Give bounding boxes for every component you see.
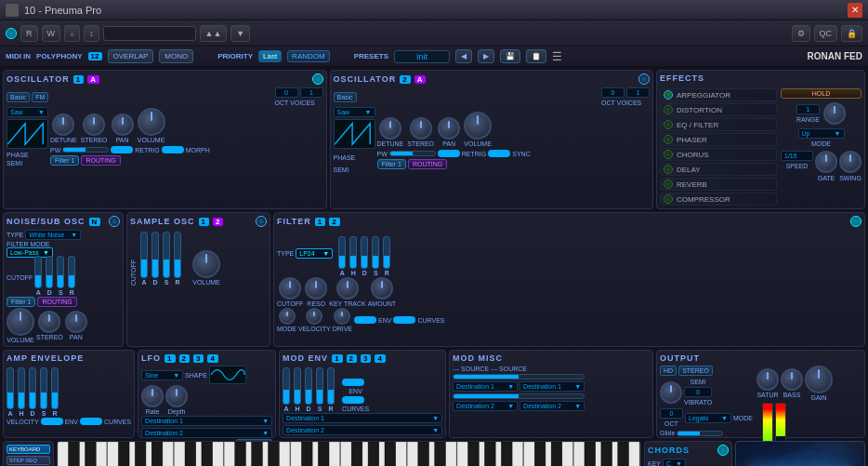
semi-val[interactable]: 0 — [684, 387, 712, 397]
preset-display[interactable]: Init — [394, 50, 450, 63]
filter-reso-knob[interactable] — [305, 277, 327, 300]
amp-h[interactable] — [18, 367, 25, 409]
noise-type-dropdown[interactable]: White Noise▼ — [25, 230, 81, 240]
osc1-volume-knob[interactable] — [138, 108, 165, 136]
step-seq-tab[interactable]: STEP SEQ — [7, 456, 50, 465]
osc1-filter-btn[interactable]: Filter 1 — [50, 155, 79, 166]
me-a[interactable] — [283, 367, 290, 405]
glide-slider[interactable] — [677, 431, 723, 436]
amp-env-toggle[interactable] — [41, 418, 63, 425]
filter-r[interactable] — [383, 236, 390, 269]
noise-routing-btn[interactable]: ROUTING — [37, 297, 76, 307]
gain-knob[interactable] — [805, 366, 833, 393]
lfo-dest1-dropdown[interactable]: Destination 1▼ — [141, 416, 272, 426]
arp-gate-knob[interactable] — [815, 151, 837, 173]
osc2-pan-knob[interactable] — [438, 117, 460, 140]
noise-volume-knob[interactable] — [7, 308, 34, 336]
osc1-routing-btn[interactable]: ROUTING — [81, 155, 120, 166]
osc2-retrig[interactable] — [438, 150, 460, 157]
sample-volume-knob[interactable] — [192, 250, 220, 278]
filter-type-dropdown[interactable]: LP24▼ — [296, 248, 333, 259]
amp-d[interactable] — [29, 367, 36, 409]
phaser-power[interactable] — [664, 135, 673, 144]
hd-btn[interactable]: HD — [660, 366, 677, 376]
amp-a[interactable] — [7, 367, 14, 409]
hold-button[interactable]: HOLD — [781, 88, 861, 99]
down-arrow[interactable]: ▼ — [230, 25, 250, 42]
dist-power[interactable] — [664, 105, 673, 114]
prev-preset[interactable]: ◀ — [455, 49, 472, 63]
osc2-power[interactable] — [638, 73, 650, 85]
modmisc-dest2-dd[interactable]: Destination 2▼ — [453, 401, 518, 411]
filter-amount-knob[interactable] — [371, 277, 393, 300]
filter-curves-toggle[interactable] — [393, 316, 415, 324]
arp-power[interactable] — [664, 90, 673, 100]
osc2-sync[interactable] — [488, 150, 510, 157]
osc2-routing-btn[interactable]: ROUTING — [408, 159, 447, 169]
me-r[interactable] — [327, 367, 335, 405]
amp-r[interactable] — [51, 367, 59, 409]
filter-mode-knob[interactable] — [279, 308, 296, 325]
next-preset[interactable]: ▶ — [478, 49, 494, 63]
lfo-rate-knob[interactable] — [141, 385, 164, 407]
sample-power[interactable] — [256, 216, 267, 227]
stereo-btn[interactable]: STEREO — [678, 366, 713, 376]
power-icon[interactable] — [6, 28, 17, 39]
modmisc-dest1-dd[interactable]: Destination 1▼ — [453, 381, 518, 392]
r-button[interactable]: R — [20, 25, 38, 42]
vibrato-knob[interactable] — [660, 381, 682, 404]
range-val[interactable]: 1 — [796, 104, 820, 114]
mode-dropdown[interactable]: Up▼ — [798, 128, 845, 139]
menu-icon[interactable]: ☰ — [552, 50, 562, 63]
save-preset[interactable]: 💾 — [500, 49, 520, 63]
legato-dropdown[interactable]: Legato▼ — [685, 413, 731, 423]
close-button[interactable]: ✕ — [848, 3, 862, 18]
chords-power[interactable] — [717, 445, 729, 456]
sample-d[interactable] — [151, 232, 159, 278]
lock-button[interactable]: 🔒 — [841, 25, 862, 42]
amp-s[interactable] — [40, 367, 47, 409]
osc2-stereo-knob[interactable] — [410, 117, 432, 140]
osc2-detune-knob[interactable] — [379, 117, 401, 140]
osc1-pan-knob[interactable] — [112, 113, 134, 136]
modmisc-dest4-dd[interactable]: Destination 2▼ — [519, 401, 585, 411]
piano-keyboard[interactable]: white key positions — [57, 441, 641, 466]
keyboard-tab[interactable]: KEYBOARD — [7, 445, 50, 454]
osc1-saw-dropdown[interactable]: Saw▼ — [7, 107, 48, 117]
last-button[interactable]: Last — [258, 50, 282, 62]
osc1-basic-btn[interactable]: Basic — [7, 92, 30, 102]
filter-keytrack-knob[interactable] — [336, 277, 359, 300]
osc1-stereo-knob[interactable] — [83, 113, 105, 136]
osc2-filter-btn[interactable]: Filter 1 — [377, 159, 406, 169]
arrow-button[interactable]: ↕ — [84, 25, 99, 42]
oct-val[interactable]: 0 — [660, 408, 683, 419]
osc1-power[interactable] — [312, 73, 323, 85]
eq-power[interactable] — [664, 120, 673, 129]
modmisc-slider1[interactable] — [453, 374, 585, 379]
modmisc-slider2[interactable] — [453, 393, 585, 399]
osc1-pw-slider[interactable] — [62, 147, 109, 153]
noise-r[interactable] — [68, 256, 75, 288]
settings-button[interactable]: ⚙ — [792, 25, 810, 42]
amp-curves-toggle[interactable] — [80, 418, 102, 425]
noise-pan-knob[interactable] — [65, 311, 87, 333]
osc1-morph[interactable] — [162, 146, 184, 153]
noise-d[interactable] — [46, 256, 53, 288]
qc-button[interactable]: QC — [814, 25, 838, 42]
osc2-volume-knob[interactable] — [464, 112, 492, 140]
up-arrow[interactable]: ▲▲ — [200, 25, 228, 42]
comp-power[interactable] — [664, 194, 673, 204]
filter-h[interactable] — [349, 236, 357, 269]
me-curves-toggle[interactable] — [342, 396, 364, 404]
modenv-dest1-dropdown[interactable]: Destination 1▼ — [283, 413, 442, 423]
osc1-fm-btn[interactable]: FM — [32, 92, 48, 102]
search-input[interactable] — [103, 26, 196, 41]
osc1-detune-knob[interactable] — [52, 113, 74, 136]
modmisc-dest3-dd[interactable]: Destination 1▼ — [519, 381, 585, 392]
filter-env-toggle[interactable] — [354, 316, 376, 324]
noise-stereo-knob[interactable] — [38, 311, 60, 333]
lfo-shape-dropdown[interactable]: Sine▼ — [141, 370, 183, 380]
filter-velocity-knob[interactable] — [306, 308, 322, 325]
speed-dropdown[interactable]: 1/16 — [781, 151, 813, 161]
sample-a[interactable] — [140, 232, 148, 278]
